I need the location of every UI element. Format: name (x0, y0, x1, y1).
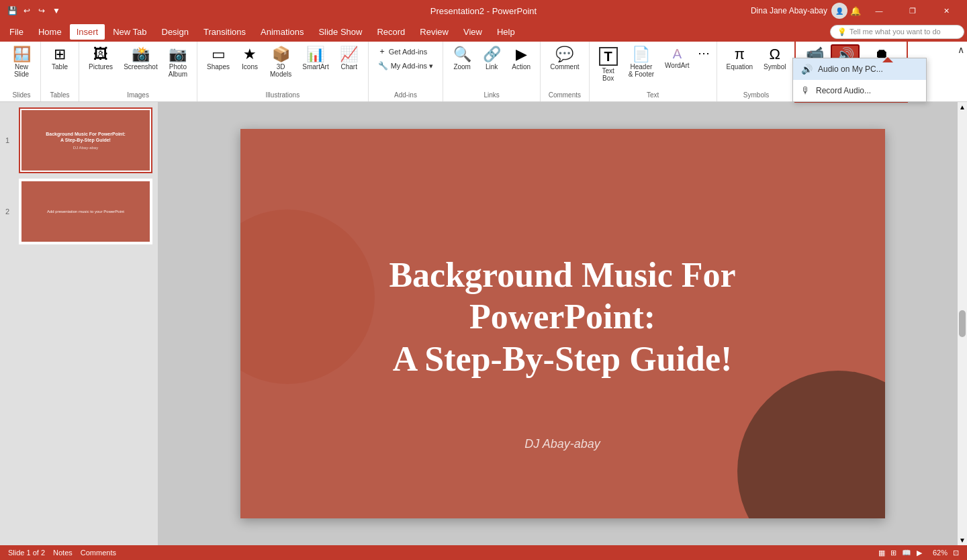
images-group-label: Images (127, 90, 149, 99)
link-button[interactable]: 🔗 Link (478, 44, 505, 73)
audio-on-my-pc-item[interactable]: 🔊 Audio on My PC... (793, 58, 926, 80)
links-group-label: Links (483, 90, 499, 99)
undo-icon[interactable]: ↩ (20, 4, 34, 17)
action-icon: ▶ (516, 47, 527, 62)
photo-album-icon: 📷 (169, 47, 187, 62)
get-addins-button[interactable]: ＋ Get Add-ins (374, 44, 437, 58)
title-bar-left: 💾 ↩ ↪ ▼ (5, 4, 63, 17)
my-addins-button[interactable]: 🔧 My Add-ins ▾ (374, 60, 437, 72)
reading-view-icon[interactable]: 📖 (902, 549, 911, 557)
menu-home[interactable]: Home (32, 24, 68, 40)
comments-button[interactable]: Comments (81, 549, 116, 557)
icons-button[interactable]: ★ Icons (236, 44, 263, 73)
chart-button[interactable]: 📈 Chart (336, 44, 363, 73)
action-button[interactable]: ▶ Action (508, 44, 535, 73)
menu-record[interactable]: Record (370, 24, 412, 40)
menu-design[interactable]: Design (155, 24, 195, 40)
menu-review[interactable]: Review (413, 24, 455, 40)
symbol-button[interactable]: Ω Symbol (759, 44, 790, 73)
header-footer-button[interactable]: 📄 Header& Footer (625, 44, 658, 81)
wordart-button[interactable]: A WordArt (661, 44, 694, 72)
menu-file[interactable]: File (3, 24, 30, 40)
pictures-button[interactable]: 🖼 Pictures (85, 44, 117, 73)
redo-icon[interactable]: ↪ (35, 4, 48, 17)
slide-info: Slide 1 of 2 (8, 549, 45, 557)
wordart-icon: A (673, 47, 682, 60)
status-bar-right: ▦ ⊞ 📖 ▶ 62% ⊡ (878, 549, 959, 557)
shapes-icon: ▭ (212, 47, 226, 62)
close-button[interactable]: ✕ (931, 0, 962, 21)
ribbon-group-links: 🔍 Zoom 🔗 Link ▶ Action Links (443, 42, 541, 101)
slide-sorter-icon[interactable]: ⊞ (890, 549, 896, 557)
new-slide-button[interactable]: 🪟 NewSlide (8, 44, 35, 81)
scroll-up-icon[interactable]: ▲ (959, 103, 966, 111)
slideshow-view-icon[interactable]: ▶ (917, 549, 922, 557)
ribbon-group-slides: 🪟 NewSlide Slides (3, 42, 41, 101)
slide-canvas[interactable]: Background Music For PowerPoint: A Step-… (240, 129, 885, 518)
record-audio-item[interactable]: 🎙 Record Audio... (793, 80, 926, 101)
scroll-thumb[interactable] (959, 310, 966, 337)
deco-circle-bottom-right (737, 371, 885, 518)
menu-slideshow[interactable]: Slide Show (312, 24, 369, 40)
symbols-group-label: Symbols (743, 90, 769, 99)
get-addins-icon: ＋ (378, 46, 386, 57)
vertical-scrollbar[interactable]: ▲ ▼ (958, 102, 967, 545)
new-slide-icon: 🪟 (13, 47, 31, 62)
menu-insert[interactable]: Insert (70, 24, 105, 40)
audio-pc-icon: 🔊 (801, 64, 813, 75)
menu-animations[interactable]: Animations (254, 24, 310, 40)
ribbon-group-images: 🖼 Pictures 📸 Screenshot 📷 PhotoAlbum Ima… (79, 42, 197, 101)
notes-button[interactable]: Notes (53, 549, 73, 557)
shapes-button[interactable]: ▭ Shapes (203, 44, 234, 73)
photo-album-button[interactable]: 📷 PhotoAlbum (165, 44, 191, 81)
3d-models-icon: 📦 (272, 47, 290, 62)
screenshot-button[interactable]: 📸 Screenshot (120, 44, 162, 73)
slide-1-thumb[interactable]: Background Music For PowerPoint:A Step-B… (19, 107, 152, 173)
tables-items: ⊞ Table (46, 44, 73, 90)
zoom-button[interactable]: 🔍 Zoom (449, 44, 475, 73)
slide-2-thumb[interactable]: Add presentation music to your PowerPoin… (19, 179, 152, 244)
table-button[interactable]: ⊞ Table (46, 44, 73, 73)
ribbon-group-comments: 💬 Comment Comments (541, 42, 589, 101)
dropdown-arrow (882, 57, 893, 62)
customize-qat-icon[interactable]: ▼ (50, 4, 63, 17)
3d-models-button[interactable]: 📦 3DModels (266, 44, 295, 81)
slide-title-text: Background Music For PowerPoint: A Step-… (305, 254, 821, 380)
tell-me-input[interactable]: 💡 Tell me what you want to do (830, 25, 964, 39)
slide-1-wrapper: 1 Background Music For PowerPoint:A Step… (5, 107, 152, 173)
menu-help[interactable]: Help (490, 24, 522, 40)
minimize-button[interactable]: — (864, 0, 894, 21)
restore-button[interactable]: ❐ (897, 0, 928, 21)
menu-newtab[interactable]: New Tab (106, 24, 153, 40)
my-addins-icon: 🔧 (378, 61, 388, 71)
tables-group-label: Tables (50, 90, 70, 99)
slide-2-wrapper: 2 Add presentation music to your PowerPo… (5, 179, 152, 244)
notifications-icon[interactable]: 🔔 (850, 5, 861, 16)
fit-slide-icon[interactable]: ⊡ (953, 549, 959, 557)
images-items: 🖼 Pictures 📸 Screenshot 📷 PhotoAlbum (85, 44, 191, 90)
record-audio-label: Record Audio... (816, 86, 871, 95)
text-more-icon[interactable]: ⋯ (696, 44, 711, 62)
addins-group-label: Add-ins (394, 90, 417, 99)
menu-view[interactable]: View (457, 24, 489, 40)
ribbon-collapse-button[interactable]: ∧ (958, 44, 964, 55)
content-area: Background Music For PowerPoint: A Step-… (158, 102, 967, 545)
chart-icon: 📈 (340, 47, 358, 62)
equation-icon: π (735, 47, 745, 62)
comment-button[interactable]: 💬 Comment (546, 44, 583, 73)
slides-items: 🪟 NewSlide (8, 44, 35, 90)
record-audio-icon: 🎙 (801, 85, 811, 96)
menu-transitions[interactable]: Transitions (197, 24, 252, 40)
links-items: 🔍 Zoom 🔗 Link ▶ Action (449, 44, 535, 90)
user-area[interactable]: Dina Jane Abay-abay 👤 (751, 3, 847, 19)
slide-1-preview: Background Music For PowerPoint:A Step-B… (21, 110, 150, 171)
smartart-button[interactable]: 📊 SmartArt (298, 44, 332, 73)
normal-view-icon[interactable]: ▦ (878, 549, 885, 557)
slide-2-preview: Add presentation music to your PowerPoin… (21, 181, 150, 242)
scroll-down-icon[interactable]: ▼ (959, 536, 966, 544)
slide-1-number: 1 (5, 136, 9, 144)
text-items: T TextBox 📄 Header& Footer A WordArt ⋯ (595, 44, 711, 90)
text-box-button[interactable]: T TextBox (595, 44, 622, 85)
equation-button[interactable]: π Equation (723, 44, 757, 73)
save-icon[interactable]: 💾 (5, 4, 19, 17)
